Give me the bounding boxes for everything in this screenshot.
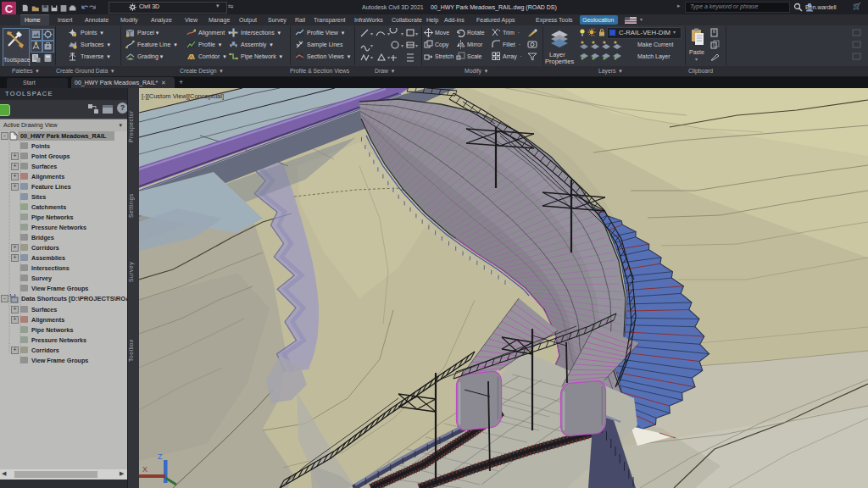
svg-text:▾: ▾ bbox=[415, 31, 418, 36]
svg-text:[-][Custom View][Conceptual]: [-][Custom View][Conceptual] bbox=[142, 92, 224, 100]
svg-text:▾: ▾ bbox=[370, 43, 373, 48]
svg-text:Z: Z bbox=[158, 452, 163, 461]
svg-text:▾: ▾ bbox=[401, 43, 403, 48]
svg-text:▾: ▾ bbox=[401, 31, 403, 36]
svg-text:▾: ▾ bbox=[387, 55, 390, 60]
svg-text:▾: ▾ bbox=[415, 43, 418, 48]
svg-text:▾: ▾ bbox=[387, 31, 390, 36]
svg-text:▾: ▾ bbox=[370, 31, 373, 36]
svg-text:▾: ▾ bbox=[370, 55, 373, 60]
svg-text:X: X bbox=[142, 465, 147, 474]
